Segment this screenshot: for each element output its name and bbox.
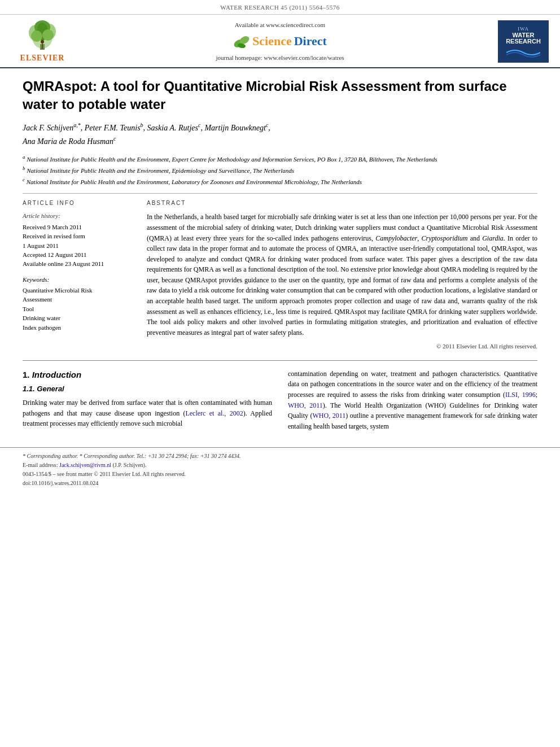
corresponding-label: * Corresponding author.	[23, 453, 78, 459]
keywords-section: Keywords: Quantitative Microbial Risk As…	[23, 276, 135, 332]
authors-line: Jack F. Schijvena,*, Peter F.M. Teunisb,…	[23, 121, 537, 148]
abstract-text: In the Netherlands, a health based targe…	[147, 212, 537, 338]
available-date: Available online 23 August 2011	[23, 260, 135, 268]
corresponding-note: * Corresponding author. * Corresponding …	[23, 452, 537, 460]
kw-4: Drinking water	[23, 314, 135, 322]
elsevier-logo-area: ELSEVIER	[11, 20, 73, 63]
kw-2: Assessment	[23, 295, 135, 304]
issn-line: 0043-1354/$ – see front matter © 2011 El…	[23, 470, 537, 478]
body-left-col: 1. Introduction 1.1. General Drinking wa…	[23, 369, 272, 436]
ref-leclerc[interactable]: Leclerc et al., 2002	[185, 409, 243, 417]
kw-5: Index pathogen	[23, 324, 135, 332]
divider-after-affiliations	[23, 193, 537, 194]
svg-point-8	[41, 40, 44, 43]
email-name: (J.P. Schijven).	[112, 462, 146, 468]
water-research-badge: IWA WATERRESEARCH	[498, 20, 549, 63]
direct-text: Direct	[294, 33, 327, 50]
ref-who-2011b[interactable]: WHO, 2011	[313, 412, 346, 420]
revised-label: Received in revised form	[23, 232, 135, 241]
journal-banner-text: WATER RESEARCH 45 (2011) 5564–5576	[220, 4, 340, 11]
sciencedirect-leaves-icon	[233, 36, 250, 48]
svg-point-6	[31, 30, 42, 42]
email-note: E-mail address: Jack.schijven@rivm.nl (J…	[23, 461, 537, 469]
journal-banner: WATER RESEARCH 45 (2011) 5564–5576	[0, 0, 560, 15]
author-martijn-sup: c	[266, 122, 268, 128]
aff-c-text: National Institute for Public Health and…	[27, 178, 362, 185]
kw-3: Tool	[23, 305, 135, 313]
elsevier-tree-icon	[20, 20, 65, 51]
intro-para-right: contamination depending on water, treatm…	[288, 369, 537, 432]
affiliation-c: c National Institute for Public Health a…	[23, 176, 537, 186]
science-text: Science	[252, 33, 292, 50]
abstract-col: ABSTRACT In the Netherlands, a health ba…	[147, 199, 537, 351]
author-ana-sup: c	[113, 136, 116, 142]
article-history: Article history: Received 9 March 2011 R…	[23, 212, 135, 268]
affiliation-a: a National Institute for Public Health a…	[23, 154, 537, 164]
wr-wave-icon	[506, 47, 540, 58]
ref-who-2011[interactable]: WHO, 2011	[288, 401, 323, 409]
ref-ilsi[interactable]: ILSI, 1996	[505, 391, 536, 399]
main-content: QMRAspot: A tool for Quantitative Microb…	[0, 68, 560, 436]
author-jack-sup: a,*	[73, 122, 81, 128]
aff-a-text: National Institute for Public Health and…	[27, 156, 437, 163]
author-ana: Ana Maria de Roda Husman	[23, 137, 113, 145]
accepted-date: Accepted 12 August 2011	[23, 251, 135, 259]
aff-b-text: National Institute for Public Health and…	[27, 167, 294, 174]
keywords-label: Keywords:	[23, 276, 135, 284]
affiliation-b: b National Institute for Public Health a…	[23, 165, 537, 175]
sciencedirect-logo: Science Direct	[85, 33, 475, 50]
author-saskia-sup: c	[198, 122, 200, 128]
section-1-title: Introduction	[32, 370, 81, 379]
article-title: QMRAspot: A tool for Quantitative Microb…	[23, 77, 537, 112]
page-footer: * Corresponding author. * Corresponding …	[0, 447, 560, 494]
author-peter: Peter F.M. Teunis	[85, 123, 141, 132]
email-prefix: E-mail address:	[23, 462, 59, 468]
affiliations: a National Institute for Public Health a…	[23, 154, 537, 186]
subsection-1-1-num: 1.1.	[23, 385, 35, 393]
article-info-header: ARTICLE INFO	[23, 199, 135, 207]
email-link[interactable]: Jack.schijven@rivm.nl	[59, 462, 111, 468]
wr-wa-icon: WATERRESEARCH	[506, 32, 541, 45]
section-1-header: 1. Introduction	[23, 369, 272, 381]
author-saskia: Saskia A. Rutjes	[147, 123, 198, 132]
subsection-1-1-title: General	[37, 385, 64, 393]
doi-line: doi:10.1016/j.watres.2011.08.024	[23, 479, 537, 487]
section-1-num: 1.	[23, 370, 30, 379]
svg-point-7	[42, 29, 54, 41]
copyright-text: © 2011 Elsevier Ltd. All rights reserved…	[147, 342, 537, 351]
subsection-1-1-header: 1.1. General	[23, 384, 272, 394]
intro-para-left: Drinking water may be derived from surfa…	[23, 397, 272, 429]
author-peter-sup: b	[141, 122, 143, 128]
body-columns: 1. Introduction 1.1. General Drinking wa…	[23, 369, 537, 436]
elsevier-wordmark: ELSEVIER	[20, 53, 65, 64]
header-area: ELSEVIER Available at www.sciencedirect.…	[0, 15, 560, 68]
kw-1: Quantitative Microbial Risk	[23, 286, 135, 295]
body-right-col: contamination depending on water, treatm…	[288, 369, 537, 436]
header-center: Available at www.sciencedirect.com Scien…	[73, 21, 487, 63]
water-research-logo-area: IWA WATERRESEARCH	[487, 20, 549, 63]
author-martijn: Martijn Bouwknegt	[204, 123, 266, 132]
abstract-header: ABSTRACT	[147, 199, 537, 207]
author-jack: Jack F. Schijven	[23, 123, 73, 132]
corresponding-phone: * Corresponding author. Tel.: +31 30 274…	[80, 453, 241, 459]
info-abstract-columns: ARTICLE INFO Article history: Received 9…	[23, 199, 537, 351]
history-label: Article history:	[23, 212, 135, 220]
available-text: Available at www.sciencedirect.com	[85, 21, 475, 29]
revised-date: 1 August 2011	[23, 242, 135, 250]
elsevier-logo: ELSEVIER	[20, 20, 65, 64]
journal-homepage: journal homepage: www.elsevier.com/locat…	[85, 54, 475, 62]
article-info-col: ARTICLE INFO Article history: Received 9…	[23, 199, 135, 351]
body-section: 1. Introduction 1.1. General Drinking wa…	[23, 360, 537, 436]
received-date: Received 9 March 2011	[23, 223, 135, 231]
